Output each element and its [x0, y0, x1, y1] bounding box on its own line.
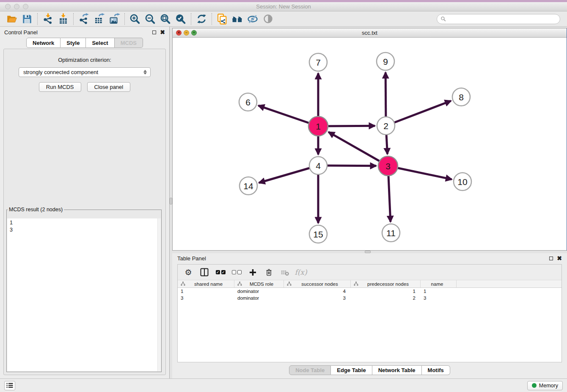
clone-network-button[interactable]	[215, 12, 230, 26]
graph-node-14[interactable]: 14	[239, 177, 257, 195]
table-row[interactable]: 1 dominator 4 1 1	[178, 288, 561, 295]
table-row[interactable]: 3 dominator 3 2 3	[178, 295, 561, 301]
zoom-out-button[interactable]	[143, 12, 158, 26]
attribute-table: shared name MCDS role successor nodes	[178, 280, 561, 301]
open-session-button[interactable]	[4, 12, 19, 26]
criterion-dropdown[interactable]: strongly connected component	[19, 67, 151, 77]
import-table-button[interactable]	[55, 12, 71, 26]
cell-shared-name[interactable]: 1	[178, 288, 234, 295]
show-graphics-details-button[interactable]	[260, 12, 275, 26]
graph-node-label: 6	[245, 97, 250, 107]
export-table-icon	[94, 13, 105, 25]
network-window-titlebar[interactable]: ✕ − + scc.txt	[173, 28, 567, 38]
tab-network-table[interactable]: Network Table	[372, 365, 422, 375]
run-mcds-button[interactable]: Run MCDS	[39, 82, 81, 92]
delete-table-button[interactable]	[278, 266, 292, 279]
export-network-icon	[78, 13, 90, 25]
tab-network[interactable]: Network	[26, 38, 61, 48]
zoom-window-button[interactable]	[23, 4, 28, 9]
minimize-network-button[interactable]: −	[184, 30, 189, 36]
float-table-panel-button[interactable]	[549, 257, 553, 260]
graph-node-2[interactable]: 2	[377, 117, 395, 135]
zoom-selected-button[interactable]	[173, 12, 188, 26]
tab-node-table[interactable]: Node Table	[289, 365, 331, 375]
export-network-button[interactable]	[76, 12, 91, 26]
table-settings-button[interactable]: ⚙	[181, 266, 195, 279]
import-network-button[interactable]	[40, 12, 55, 26]
minimize-window-button[interactable]	[14, 4, 19, 9]
close-table-panel-button[interactable]: ✖	[557, 255, 562, 261]
graph-node-6[interactable]: 6	[239, 93, 257, 111]
graph-edge-2-8[interactable]	[386, 101, 451, 126]
zoom-fit-button[interactable]	[158, 12, 173, 26]
toolbar-separator	[73, 13, 74, 25]
zoom-in-button[interactable]	[127, 12, 143, 26]
close-window-button[interactable]	[5, 4, 11, 9]
graph-node-7[interactable]: 7	[309, 53, 327, 71]
control-panel-tabs: Network Style Select MCDS	[0, 38, 169, 48]
cell-successor-nodes[interactable]: 4	[284, 288, 351, 295]
search-box[interactable]	[437, 14, 560, 24]
select-all-button[interactable]: ✓✓	[213, 266, 228, 279]
cell-mcds-role[interactable]: dominator	[234, 295, 284, 301]
save-session-button[interactable]	[19, 12, 35, 26]
export-image-icon	[109, 13, 120, 25]
add-column-button[interactable]	[245, 266, 260, 279]
node-table: ⚙ ✓✓	[177, 264, 562, 362]
splitter-handle[interactable]	[170, 198, 172, 204]
graph-node-9[interactable]: 9	[377, 52, 394, 70]
cell-shared-name[interactable]: 3	[178, 295, 234, 301]
graph-node-15[interactable]: 15	[309, 225, 327, 243]
column-header-successor-nodes[interactable]: successor nodes	[284, 280, 351, 287]
tab-edge-table[interactable]: Edge Table	[331, 365, 372, 375]
close-panel-button[interactable]: ✖	[160, 29, 165, 35]
import-table-icon	[58, 13, 69, 25]
toolbar-separator	[37, 13, 38, 25]
close-network-button[interactable]: ✕	[176, 30, 182, 36]
graph-node-10[interactable]: 10	[454, 173, 471, 190]
float-panel-button[interactable]	[152, 30, 156, 34]
graph-node-8[interactable]: 8	[452, 88, 470, 106]
memory-button[interactable]: Memory	[527, 381, 563, 390]
graph-node-3[interactable]: 3	[378, 156, 398, 176]
cell-successor-nodes[interactable]: 3	[284, 295, 351, 301]
graph-node-11[interactable]: 11	[382, 224, 400, 242]
export-image-button[interactable]	[107, 12, 122, 26]
delete-column-button[interactable]	[261, 266, 276, 279]
graph-node-4[interactable]: 4	[309, 157, 327, 174]
toolbar-separator	[191, 13, 191, 25]
cell-name[interactable]: 1	[421, 288, 457, 295]
column-header-name[interactable]: name	[421, 280, 457, 287]
column-header-shared-name[interactable]: shared name	[178, 280, 234, 287]
cell-name[interactable]: 3	[421, 295, 457, 301]
tab-motifs[interactable]: Motifs	[422, 365, 450, 375]
column-type-icon	[287, 282, 292, 286]
eye-slash-icon	[247, 13, 259, 25]
close-mcds-panel-button[interactable]: Close panel	[87, 82, 131, 92]
refresh-view-button[interactable]	[194, 12, 209, 26]
cell-predecessor-nodes[interactable]: 1	[351, 288, 421, 295]
column-header-predecessor-nodes[interactable]: predecessor nodes	[351, 280, 421, 287]
tab-style[interactable]: Style	[61, 38, 86, 48]
result-scrollbar[interactable]	[157, 218, 161, 371]
export-table-button[interactable]	[91, 12, 107, 26]
graph-node-1[interactable]: 1	[308, 116, 328, 136]
column-header-mcds-role[interactable]: MCDS role	[234, 280, 284, 287]
tab-mcds[interactable]: MCDS	[115, 38, 143, 48]
function-builder-button[interactable]: f(x)	[294, 266, 308, 279]
cell-predecessor-nodes[interactable]: 2	[351, 295, 421, 301]
network-canvas[interactable]: 7968124314101511	[173, 38, 567, 250]
deselect-all-button[interactable]	[229, 266, 244, 279]
tab-select[interactable]: Select	[86, 38, 114, 48]
checked-boxes-icon: ✓✓	[216, 270, 226, 274]
mcds-result-area[interactable]: 1 3	[7, 218, 161, 371]
search-input[interactable]	[448, 16, 556, 22]
zoom-selected-icon	[175, 13, 187, 25]
hide-panels-button[interactable]	[245, 12, 260, 26]
split-view-button[interactable]	[197, 266, 212, 279]
network-view-window: ✕ − + scc.txt 7968124314101511	[172, 28, 567, 251]
maximize-network-button[interactable]: +	[191, 30, 197, 36]
cybrowser-home-button[interactable]	[230, 12, 245, 26]
task-history-button[interactable]	[4, 381, 15, 390]
cell-mcds-role[interactable]: dominator	[234, 288, 284, 295]
